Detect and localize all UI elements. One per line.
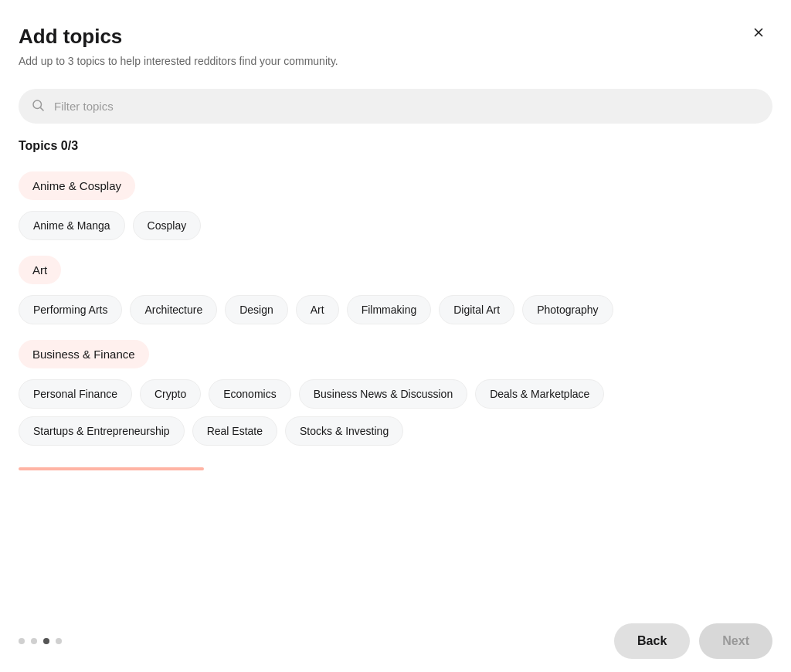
search-input[interactable] [19,89,772,124]
chip[interactable]: Business News & Discussion [299,379,468,409]
section-label-art[interactable]: Art [19,256,61,284]
topic-section-business-finance: Business & FinancePersonal FinanceCrypto… [19,340,772,446]
chip[interactable]: Personal Finance [19,379,132,409]
divider-bar [19,467,204,470]
chip[interactable]: Cosplay [133,211,202,240]
section-label-business-finance[interactable]: Business & Finance [19,340,149,368]
next-button: Next [699,623,772,659]
close-button[interactable] [745,19,772,46]
page-subtitle: Add up to 3 topics to help interested re… [19,55,772,67]
chip[interactable]: Anime & Manga [19,211,125,240]
chips-row-anime-cosplay: Anime & MangaCosplay [19,211,772,240]
page-title: Add topics [19,25,772,49]
chip[interactable]: Photography [522,295,613,324]
pagination-dots [19,638,62,644]
pagination-dot-0 [19,638,25,644]
topics-counter: Topics 0/3 [19,139,772,153]
sections-container: Anime & CosplayAnime & MangaCosplayArtPe… [19,171,772,446]
chip[interactable]: Digital Art [439,295,514,324]
chip[interactable]: Real Estate [192,416,277,446]
search-container [19,89,772,124]
bottom-buttons: Back Next [614,623,772,659]
chips-row-business-finance: Personal FinanceCryptoEconomicsBusiness … [19,379,772,446]
pagination-dot-1 [31,638,37,644]
pagination-dot-2 [43,638,49,644]
chip[interactable]: Economics [209,379,290,409]
pagination-dot-3 [56,638,62,644]
bottom-bar: Back Next [0,610,791,672]
chip[interactable]: Startups & Entrepreneurship [19,416,185,446]
chip[interactable]: Performing Arts [19,295,122,324]
section-label-anime-cosplay[interactable]: Anime & Cosplay [19,171,135,200]
chip[interactable]: Art [296,295,339,324]
chip[interactable]: Deals & Marketplace [475,379,604,409]
back-button[interactable]: Back [614,623,690,659]
chip[interactable]: Filmmaking [347,295,432,324]
chips-row-art: Performing ArtsArchitectureDesignArtFilm… [19,295,772,324]
topic-section-anime-cosplay: Anime & CosplayAnime & MangaCosplay [19,171,772,240]
close-icon [751,25,766,40]
chip[interactable]: Stocks & Investing [285,416,403,446]
chip[interactable]: Crypto [140,379,201,409]
topic-section-art: ArtPerforming ArtsArchitectureDesignArtF… [19,256,772,324]
chip[interactable]: Architecture [130,295,217,324]
page-container: Add topics Add up to 3 topics to help in… [0,0,791,672]
chip[interactable]: Design [225,295,288,324]
